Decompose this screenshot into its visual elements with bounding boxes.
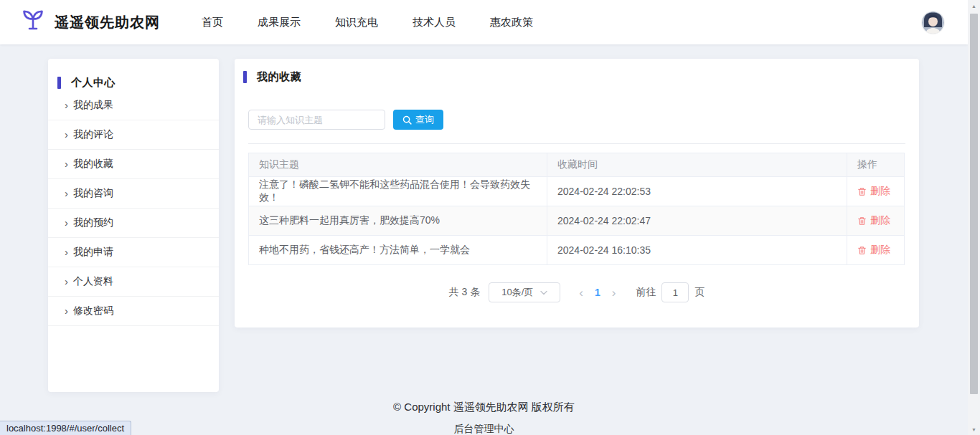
chevron-down-icon [540,290,547,295]
topic-cell: 注意了！磷酸二氢钾不能和这些药品混合使用！会导致药效失效！ [249,177,547,206]
col-header-topic: 知识主题 [249,153,547,177]
time-cell: 2024-02-24 22:02:53 [547,177,847,206]
sidebar-header: 个人中心 [48,59,219,91]
trash-icon [857,187,867,196]
search-button-label: 查询 [415,113,434,126]
sidebar-item-change-password[interactable]: › 修改密码 [48,297,219,326]
next-page-button[interactable]: › [603,287,625,299]
page-title: 我的收藏 [257,70,301,84]
chevron-right-icon: › [65,247,68,257]
col-header-time: 收藏时间 [547,153,847,177]
nav-item-policy[interactable]: 惠农政策 [490,16,533,29]
brand-title: 遥遥领先助农网 [55,13,160,32]
vertical-scrollbar[interactable]: ▲ ▼ [968,0,980,435]
sidebar-item-my-applications[interactable]: › 我的申请 [48,238,219,267]
sprout-logo-icon [20,8,46,37]
chevron-right-icon: › [65,305,68,316]
copyright-text: © Copyright 遥遥领先助农网 版权所有 [0,401,968,414]
sidebar-item-my-collections[interactable]: › 我的收藏 [48,150,219,179]
topic-cell: 这三种肥料一起用真厉害，肥效提高70% [249,206,547,236]
col-header-action: 操作 [847,153,905,177]
sidebar-title: 个人中心 [71,76,116,90]
chevron-right-icon: › [65,100,68,110]
table-row: 种地不用药，省钱还高产！方法简单，一学就会 2024-02-24 16:10:3… [249,236,905,265]
nav-item-experts[interactable]: 技术人员 [413,16,456,29]
search-button[interactable]: 查询 [393,110,443,130]
scrollbar-thumb[interactable] [970,14,978,394]
pagination-total: 共 3 条 [449,286,481,299]
top-navbar: 遥遥领先助农网 首页 成果展示 知识充电 技术人员 惠农政策 [0,0,968,44]
topic-search-input[interactable] [248,110,385,130]
page-size-select[interactable]: 10条/页 [489,282,560,302]
user-center-sidebar: 个人中心 › 我的成果 › 我的评论 › 我的收藏 › 我的咨询 › 我的预约 … [48,59,219,392]
sidebar-item-my-consultations[interactable]: › 我的咨询 [48,179,219,209]
sidebar-item-my-appointments[interactable]: › 我的预约 [48,209,219,238]
sidebar-item-my-comments[interactable]: › 我的评论 [48,120,219,150]
nav-item-home[interactable]: 首页 [202,16,223,29]
goto-page-input[interactable] [661,282,689,302]
sidebar-item-label: 我的咨询 [73,187,113,200]
sidebar-item-label: 我的申请 [73,246,113,259]
delete-button[interactable]: 删除 [857,185,894,198]
link-preview-bubble: localhost:1998/#/user/collect [0,421,131,435]
goto-suffix: 页 [694,286,705,299]
chevron-right-icon: › [65,129,68,140]
admin-center-link[interactable]: 后台管理中心 [0,423,968,435]
delete-label: 删除 [870,244,890,257]
delete-label: 删除 [870,214,890,227]
current-page[interactable]: 1 [592,287,603,298]
goto-label: 前往 [636,286,656,299]
time-cell: 2024-02-24 22:02:47 [547,206,847,236]
sidebar-item-label: 我的收藏 [73,158,113,171]
brand[interactable]: 遥遥领先助农网 [20,8,160,37]
sidebar-item-label: 我的评论 [73,128,113,141]
delete-button[interactable]: 删除 [857,214,894,227]
chevron-right-icon: › [65,188,68,199]
purple-marker [57,77,61,89]
sidebar-item-profile[interactable]: › 个人资料 [48,267,219,297]
divider [248,143,905,144]
chevron-right-icon: › [65,217,68,228]
table-header-row: 知识主题 收藏时间 操作 [249,153,905,177]
my-collections-panel: 我的收藏 查询 知识主题 收藏时间 操作 [235,59,919,328]
table-row: 注意了！磷酸二氢钾不能和这些药品混合使用！会导致药效失效！ 2024-02-24… [249,177,905,206]
page-size-value: 10条/页 [501,286,533,299]
chevron-right-icon: › [65,276,68,287]
nav-item-achievements[interactable]: 成果展示 [258,16,301,29]
search-row: 查询 [248,110,919,130]
prev-page-button[interactable]: ‹ [570,287,592,299]
main-nav: 首页 成果展示 知识充电 技术人员 惠农政策 [202,16,533,29]
trash-icon [857,246,867,255]
sidebar-item-label: 我的成果 [73,99,113,112]
pagination: 共 3 条 10条/页 ‹ 1 › 前往 页 [235,282,919,302]
search-icon [402,115,412,125]
collections-table: 知识主题 收藏时间 操作 注意了！磷酸二氢钾不能和这些药品混合使用！会导致药效失… [248,153,905,265]
sidebar-item-my-achievements[interactable]: › 我的成果 [48,91,219,120]
panel-header: 我的收藏 [235,59,919,84]
sidebar-item-label: 个人资料 [73,275,113,288]
purple-marker [243,71,247,83]
scroll-up-icon[interactable]: ▲ [968,0,980,11]
table-row: 这三种肥料一起用真厉害，肥效提高70% 2024-02-24 22:02:47 … [249,206,905,236]
delete-label: 删除 [870,185,890,198]
user-avatar[interactable] [922,11,944,34]
goto-page: 前往 页 [636,282,705,302]
page-footer: © Copyright 遥遥领先助农网 版权所有 后台管理中心 [0,401,968,435]
sidebar-item-label: 我的预约 [73,216,113,229]
time-cell: 2024-02-24 16:10:35 [547,236,847,265]
delete-button[interactable]: 删除 [857,244,894,257]
chevron-right-icon: › [65,158,68,169]
topic-cell: 种地不用药，省钱还高产！方法简单，一学就会 [249,236,547,265]
nav-item-knowledge[interactable]: 知识充电 [335,16,378,29]
trash-icon [857,216,867,226]
sidebar-item-label: 修改密码 [73,305,113,317]
scroll-down-icon[interactable]: ▼ [968,424,980,435]
